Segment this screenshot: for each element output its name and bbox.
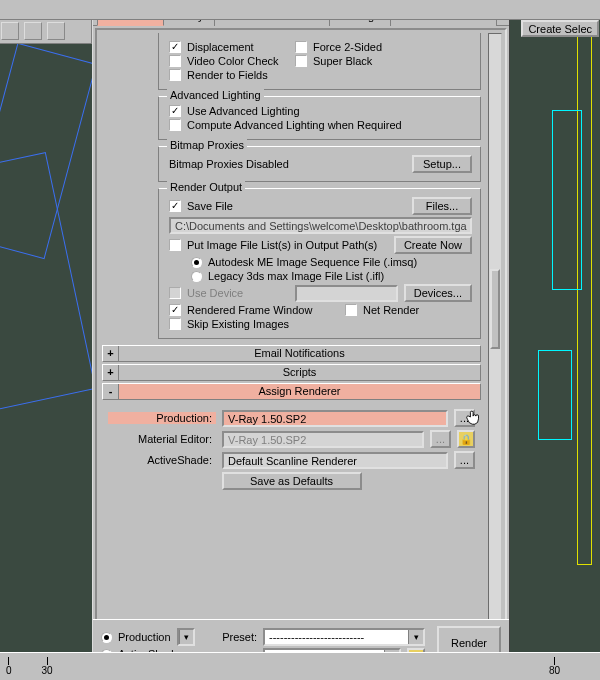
preset-label: Preset: [213, 631, 257, 643]
ruler-tick: 0 [6, 657, 12, 676]
videocolor-checkbox[interactable]: Video Color Check [169, 55, 289, 67]
ifl-radio[interactable]: Legacy 3ds max Image File List (.ifl) [191, 270, 384, 282]
activeshade-field: Default Scanline Renderer [222, 452, 448, 469]
save-defaults-button[interactable]: Save as Defaults [222, 472, 362, 490]
ruler-tick: 30 [42, 657, 53, 676]
imsq-radio[interactable]: Autodesk ME Image Sequence File (.imsq) [191, 256, 417, 268]
tool-button[interactable] [47, 22, 65, 40]
rollup-assign-renderer[interactable]: -Assign Renderer [102, 383, 481, 400]
createnow-button[interactable]: Create Now [394, 236, 472, 254]
use-advlight-checkbox[interactable]: ✓Use Advanced Lighting [169, 105, 300, 117]
tool-button[interactable] [1, 22, 19, 40]
force2sided-checkbox[interactable]: Force 2-Sided [295, 41, 415, 53]
displacement-checkbox[interactable]: ✓Displacement [169, 41, 289, 53]
panel-scrollbar[interactable] [488, 33, 502, 619]
rollup-email[interactable]: +Email Notifications [102, 345, 481, 362]
skip-checkbox[interactable]: Skip Existing Images [169, 318, 289, 330]
left-toolbar [0, 20, 92, 44]
activeshade-label: ActiveShade: [108, 454, 216, 466]
app-top-toolbar [0, 0, 600, 20]
create-selection-button[interactable]: Create Selec [521, 20, 599, 37]
production-radio[interactable]: Production [101, 631, 171, 643]
device-field [295, 285, 398, 302]
lock-icon[interactable]: 🔒 [457, 430, 475, 448]
netrender-checkbox[interactable]: Net Render [345, 304, 465, 316]
tool-button[interactable] [24, 22, 42, 40]
production-label: Production: [108, 412, 216, 424]
group-title: Render Output [167, 181, 245, 193]
materialeditor-label: Material Editor: [108, 433, 216, 445]
render-output-group: Render Output ✓Save File Files... C:\Doc… [158, 188, 481, 339]
files-button[interactable]: Files... [412, 197, 472, 215]
superblack-checkbox[interactable]: Super Black [295, 55, 415, 67]
devices-button[interactable]: Devices... [404, 284, 472, 302]
materialeditor-field: V-Ray 1.50.SP2 [222, 431, 424, 448]
group-title: Advanced Lighting [167, 89, 264, 101]
render-setup-dialog: Common V-Ray Indirect illumination Setti… [92, 5, 510, 675]
preset-dropdown[interactable]: -------------------------- [263, 628, 425, 646]
rendertofields-checkbox[interactable]: Render to Fields [169, 69, 289, 81]
assign-renderer-panel: Production: V-Ray 1.50.SP2 ... Material … [102, 402, 481, 501]
rfw-checkbox[interactable]: ✓Rendered Frame Window [169, 304, 339, 316]
production-dropdown[interactable] [177, 628, 195, 646]
rollup-scripts[interactable]: +Scripts [102, 364, 481, 381]
timeline-ruler[interactable]: 0 30 80 [0, 652, 600, 680]
activeshade-browse-button[interactable]: ... [454, 451, 475, 469]
group-title: Bitmap Proxies [167, 139, 247, 151]
production-browse-button[interactable]: ... [454, 409, 475, 427]
ruler-tick: 80 [549, 657, 560, 676]
savefile-checkbox[interactable]: ✓Save File [169, 200, 289, 212]
bitmap-setup-button[interactable]: Setup... [412, 155, 472, 173]
bitmap-proxies-group: Bitmap Proxies Bitmap Proxies Disabled S… [158, 146, 481, 182]
materialeditor-browse-button: ... [430, 430, 451, 448]
usedevice-checkbox: Use Device [169, 287, 289, 299]
putlist-checkbox[interactable]: Put Image File List(s) in Output Path(s) [169, 239, 377, 251]
compute-advlight-checkbox[interactable]: Compute Advanced Lighting when Required [169, 119, 402, 131]
production-field: V-Ray 1.50.SP2 [222, 410, 448, 427]
output-path-field[interactable]: C:\Documents and Settings\welcome\Deskto… [169, 217, 472, 234]
bitmap-disabled-label: Bitmap Proxies Disabled [169, 158, 406, 170]
options-group: ✓Displacement Force 2-Sided Video Color … [158, 33, 481, 90]
advanced-lighting-group: Advanced Lighting ✓Use Advanced Lighting… [158, 96, 481, 140]
